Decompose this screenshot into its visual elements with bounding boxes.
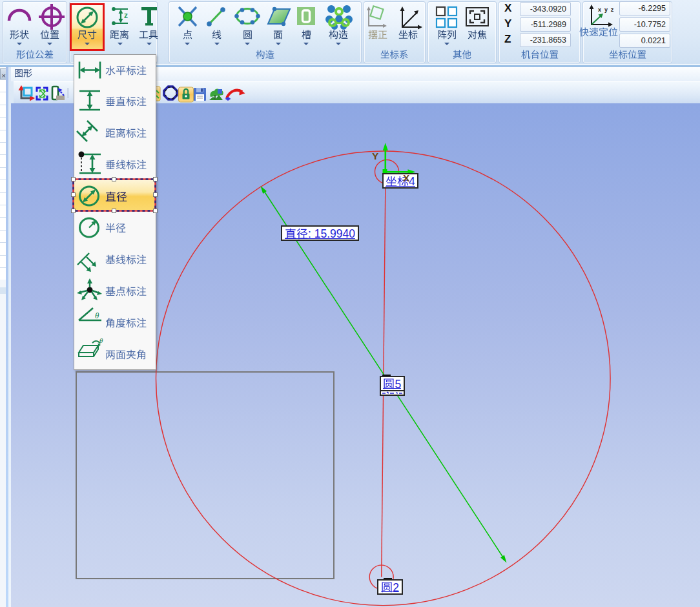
svg-text:z: z <box>124 11 128 20</box>
svg-text:Y: Y <box>372 150 379 161</box>
svg-text:θ: θ <box>99 336 103 344</box>
svg-text:θ: θ <box>95 311 99 320</box>
svg-text:x y z: x y z <box>598 6 615 13</box>
